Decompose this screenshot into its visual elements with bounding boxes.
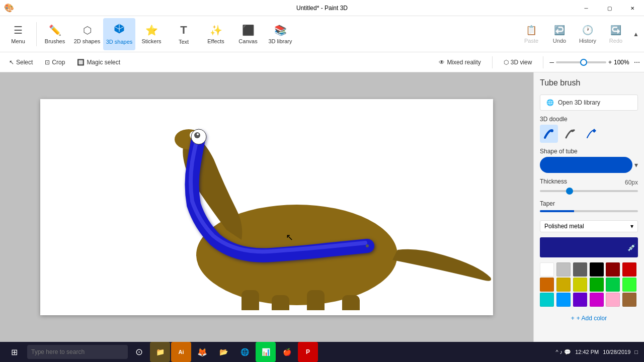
taskbar-illustrator[interactable]: Ai — [171, 342, 191, 362]
selected-color-swatch[interactable] — [540, 237, 638, 257]
taskbar-cortana[interactable]: ⊙ — [129, 342, 149, 362]
mixed-reality-button[interactable]: 👁 Mixed reality — [434, 57, 486, 68]
add-color-button[interactable]: + + Add color — [540, 312, 638, 325]
open-3d-library-button[interactable]: 🌐 Open 3D library — [540, 95, 638, 111]
brushes-button[interactable]: ✏️ Brushes — [39, 18, 71, 50]
redo-button[interactable]: ↪️ Redo — [602, 18, 630, 50]
3d-view-button[interactable]: ⬡ 3D view — [499, 57, 537, 68]
taskbar-app2[interactable]: 🍎 — [277, 342, 297, 362]
maximize-button[interactable]: ▢ — [598, 0, 621, 16]
crop-button[interactable]: ⊡ Crop — [40, 57, 70, 68]
taskbar-firefox[interactable]: 🦊 — [192, 342, 212, 362]
start-button[interactable]: ⊞ — [2, 342, 26, 362]
color-swatch-container: 💉 — [540, 237, 638, 257]
svg-rect-5 — [242, 290, 259, 310]
sub-separator — [492, 56, 493, 68]
text-button[interactable]: T Text — [168, 18, 200, 50]
taskbar-right: ^ ♪ 💬 12:42 PM 10/28/2019 □ — [555, 349, 642, 355]
toolbar-separator — [36, 22, 37, 46]
canvas-area[interactable]: ↖ — [0, 72, 533, 342]
2d-shapes-button[interactable]: ⬡ 2D shapes — [71, 18, 103, 50]
zoom-percent: 100% — [614, 59, 632, 66]
window-title: Untitled* - Paint 3D — [296, 5, 348, 12]
taskbar-files[interactable]: 📂 — [213, 342, 233, 362]
swatch-brightgreen[interactable] — [622, 278, 636, 292]
thickness-slider[interactable] — [540, 190, 638, 192]
minimize-button[interactable]: ─ — [575, 0, 598, 16]
3d-shapes-button[interactable]: 3D shapes — [103, 18, 135, 50]
taper-label: Taper — [540, 200, 638, 207]
svg-point-15 — [197, 133, 199, 135]
magic-select-button[interactable]: 🔲 Magic select — [72, 57, 125, 68]
tube-brush-tool[interactable] — [540, 125, 558, 143]
taskbar-explorer[interactable]: 📁 — [150, 342, 170, 362]
sharp-edge-tool[interactable] — [582, 125, 600, 143]
zoom-slider[interactable] — [556, 61, 606, 63]
mixed-reality-icon: 👁 — [439, 59, 445, 66]
thickness-section: Thickness 60px — [540, 178, 638, 195]
swatch-yellow[interactable] — [573, 278, 587, 292]
brushes-icon: ✏️ — [49, 24, 61, 36]
2d-shapes-icon: ⬡ — [83, 24, 92, 36]
swatch-darkgray[interactable] — [573, 262, 587, 277]
app-icon: 🎨 — [4, 3, 14, 13]
swatch-orange[interactable] — [540, 278, 554, 292]
magic-select-icon: 🔲 — [77, 59, 85, 66]
tube-shape-display[interactable] — [540, 157, 632, 173]
subtoolbar-right: 👁 Mixed reality ⬡ 3D view ─ + 100% ⋯ — [434, 56, 640, 68]
taskbar-app1[interactable]: 📊 — [256, 342, 276, 362]
select-button[interactable]: ↖ Select — [4, 57, 38, 68]
taskbar: ⊞ ⊙ 📁 Ai 🦊 📂 🌐 📊 🍎 P ^ ♪ 💬 12:42 PM 10/2… — [0, 342, 644, 362]
paste-button[interactable]: 📋 Paste — [517, 18, 545, 50]
close-button[interactable]: ✕ — [621, 0, 644, 16]
flat-brush-tool[interactable] — [561, 125, 579, 143]
zoom-in-button[interactable]: + — [608, 59, 612, 66]
3d-view-icon: ⬡ — [504, 59, 509, 66]
swatch-white[interactable] — [540, 262, 554, 277]
svg-rect-7 — [307, 290, 325, 310]
tube-shape-arrow[interactable]: ▾ — [634, 161, 638, 169]
swatch-lightgray[interactable] — [556, 262, 571, 277]
taskbar-network[interactable]: 🌐 — [234, 342, 255, 362]
stickers-icon: ⭐ — [145, 24, 158, 36]
zoom-options-button[interactable]: ⋯ — [634, 59, 640, 66]
taskbar-search[interactable] — [27, 345, 128, 359]
history-icon: 🕐 — [582, 25, 593, 36]
text-icon: T — [180, 24, 187, 37]
finish-selector[interactable]: Polished metal ▾ — [540, 220, 638, 232]
canvas-button[interactable]: ⬛ Canvas — [232, 18, 264, 50]
swatch-brown[interactable] — [622, 293, 636, 307]
menu-button[interactable]: ☰ Menu — [2, 18, 34, 50]
swatch-magenta[interactable] — [590, 293, 604, 307]
3d-library-button[interactable]: 📚 3D library — [264, 18, 296, 50]
undo-button[interactable]: ↩️ Undo — [545, 18, 574, 50]
swatch-gold[interactable] — [556, 278, 571, 292]
stickers-button[interactable]: ⭐ Stickers — [135, 18, 168, 50]
canvas-paper — [40, 99, 493, 315]
taskbar-app3[interactable]: P — [298, 342, 318, 362]
toolbar-collapse-button[interactable]: ▲ — [630, 18, 642, 50]
taper-slider[interactable] — [540, 210, 638, 212]
swatch-pink[interactable] — [606, 293, 620, 307]
shape-label: Shape of tube — [540, 148, 638, 155]
swatch-skyblue[interactable] — [556, 293, 571, 307]
swatch-black[interactable] — [590, 262, 604, 277]
effects-button[interactable]: ✨ Effects — [200, 18, 232, 50]
swatch-lime[interactable] — [606, 278, 620, 292]
svg-rect-8 — [342, 295, 360, 310]
swatch-cyan[interactable] — [540, 293, 554, 307]
zoom-out-button[interactable]: ─ — [549, 59, 554, 66]
swatch-green[interactable] — [590, 278, 604, 292]
taskbar-notification[interactable]: □ — [634, 349, 638, 355]
thickness-value: 60px — [625, 179, 638, 186]
sub-toolbar: ↖ Select ⊡ Crop 🔲 Magic select 👁 Mixed r… — [0, 52, 644, 72]
swatch-purple[interactable] — [573, 293, 587, 307]
main-toolbar: ☰ Menu ✏️ Brushes ⬡ 2D shapes 3D shapes … — [0, 16, 644, 52]
doodle-tools — [540, 125, 638, 143]
titlebar: 🎨 Untitled* - Paint 3D ─ ▢ ✕ — [0, 0, 644, 16]
swatch-red[interactable] — [622, 262, 636, 277]
eyedropper-button[interactable]: 💉 — [627, 243, 636, 251]
history-button[interactable]: 🕐 History — [574, 18, 602, 50]
swatch-darkred[interactable] — [606, 262, 620, 277]
doodle-label: 3D doodle — [540, 116, 638, 123]
